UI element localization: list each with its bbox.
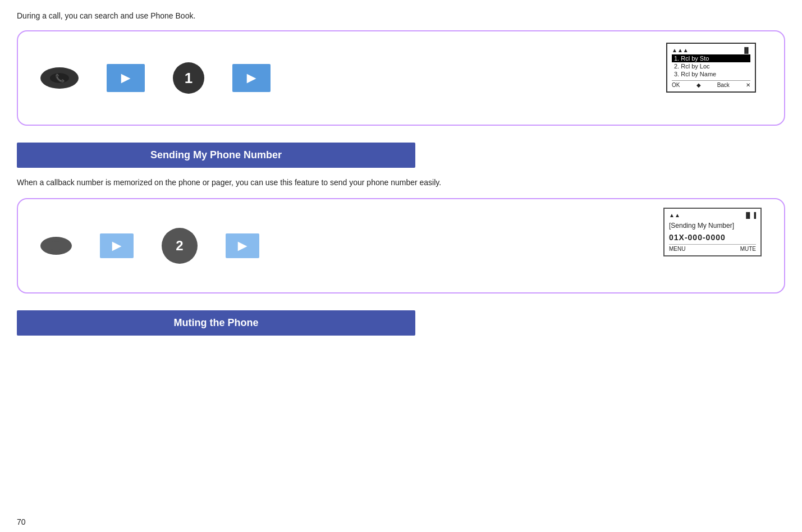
badge2-label: 2	[176, 238, 183, 254]
signal-icon: ▲▲▲	[672, 47, 689, 53]
svg-point-2	[48, 241, 64, 250]
arrow-btn-3: ►	[100, 233, 134, 258]
step-icons-2: ► 2 ►	[40, 228, 762, 264]
svg-text:📞: 📞	[55, 74, 65, 83]
number-badge-1: 1	[173, 62, 204, 94]
page-number: 70	[17, 517, 26, 526]
phone-button-2	[40, 237, 72, 255]
arrow-btn-1: ►	[107, 64, 145, 92]
signal-row-2: ▲▲ ▐▌▐	[669, 212, 756, 218]
signal-icon-2: ▲▲	[669, 212, 680, 218]
menu-item-3: 3. Rcl by Name	[672, 70, 750, 78]
phone-button-1: 📞	[40, 67, 79, 89]
desc-text: When a callback number is memorized on t…	[17, 178, 785, 187]
arrow-btn-4: ►	[226, 233, 259, 258]
ok-label: OK	[672, 82, 680, 88]
menu-item-1: 1. Rcl by Sto	[672, 54, 750, 62]
menu-label: MENU	[669, 246, 685, 252]
arrow-icon-4: ►	[235, 237, 250, 255]
phone-icon-1: 📞	[49, 72, 70, 84]
arrow-btn-2: ►	[232, 64, 271, 92]
section-header-1: Sending My Phone Number	[17, 143, 415, 168]
icon-dot: ◆	[696, 82, 701, 88]
number-badge-2: 2	[162, 228, 198, 264]
screen2-footer: MENU MUTE	[669, 244, 756, 252]
phone-screen-1: ▲▲▲ ▐▌ 1. Rcl by Sto 2. Rcl by Loc 3. Rc…	[666, 43, 756, 93]
screen-number: 01X-000-0000	[669, 233, 756, 242]
intro-text: During a call, you can search and use Ph…	[17, 11, 785, 20]
arrow-icon-3: ►	[109, 237, 125, 255]
badge1-label: 1	[185, 70, 193, 87]
step-icons-1: 📞 ► 1 ►	[40, 62, 762, 94]
demo-box-1: 📞 ► 1 ► ▲▲▲ ▐▌ 1. Rcl by Sto 2. Rcl by L…	[17, 30, 785, 126]
phone-icon-2	[48, 241, 65, 251]
battery-icon-2: ▐▌▐	[744, 212, 756, 218]
signal-bar-1: ▲▲▲ ▐▌	[672, 47, 750, 53]
mute-label: MUTE	[740, 246, 756, 252]
battery-icon: ▐▌	[743, 47, 750, 53]
menu-item-2: 2. Rcl by Loc	[672, 62, 750, 70]
phone-screen-2: ▲▲ ▐▌▐ [Sending My Number] 01X-000-0000 …	[663, 208, 762, 256]
section-header-2: Muting the Phone	[17, 310, 415, 336]
arrow-icon-2: ►	[244, 69, 259, 87]
arrow-icon-1: ►	[118, 69, 134, 87]
x-icon: ✕	[746, 82, 750, 88]
screen-header-text: [Sending My Number]	[669, 221, 756, 231]
screen1-footer: OK ◆ Back ✕	[672, 80, 750, 88]
back-label: Back	[717, 82, 730, 88]
demo-box-2: ► 2 ► ▲▲ ▐▌▐ [Sending My Number] 01X-000…	[17, 198, 785, 293]
